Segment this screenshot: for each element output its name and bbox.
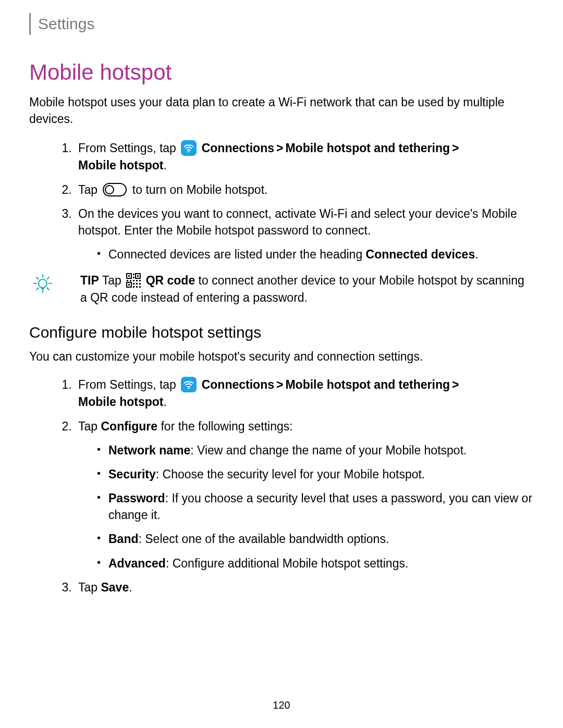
steps-list-1: From Settings, tap Connections>Mobile ho… bbox=[29, 140, 534, 263]
s2-step-1: From Settings, tap Connections>Mobile ho… bbox=[75, 376, 534, 410]
s2-step-2-bullets: Network name: View and change the name o… bbox=[78, 442, 534, 572]
svg-point-1 bbox=[39, 279, 47, 288]
step-3-text: On the devices you want to connect, acti… bbox=[78, 207, 517, 237]
intro-text: Mobile hotspot uses your data plan to cr… bbox=[29, 94, 534, 127]
qr-code-icon bbox=[126, 273, 141, 288]
s2-step-1-mhtether: Mobile hotspot and tethering bbox=[285, 378, 450, 391]
step-3-bullet-pre: Connected devices are listed under the h… bbox=[108, 248, 366, 261]
s2-step-2-post: for the following settings: bbox=[157, 419, 293, 433]
svg-rect-22 bbox=[136, 280, 138, 281]
step-1-mh: Mobile hotspot bbox=[78, 158, 164, 172]
s2-step-2-configure: Configure bbox=[101, 419, 157, 433]
svg-rect-12 bbox=[128, 275, 130, 277]
breadcrumb: Settings bbox=[29, 13, 534, 35]
svg-rect-17 bbox=[133, 274, 134, 275]
step-3: On the devices you want to connect, acti… bbox=[75, 205, 534, 263]
bullet-advanced: Advanced: Configure additional Mobile ho… bbox=[97, 555, 534, 572]
tip-lightbulb-icon bbox=[32, 273, 53, 296]
breadcrumb-label: Settings bbox=[38, 15, 94, 33]
step-2: Tap to turn on Mobile hotspot. bbox=[75, 181, 534, 198]
s2-step-3-post: . bbox=[129, 581, 132, 594]
svg-line-6 bbox=[36, 277, 39, 279]
step-2-pre: Tap bbox=[78, 183, 101, 196]
s2-step-3-bold: Save bbox=[101, 581, 129, 594]
page-title: Mobile hotspot bbox=[29, 60, 534, 85]
s2-step-2: Tap Configure for the following settings… bbox=[75, 418, 534, 572]
svg-rect-23 bbox=[139, 280, 141, 281]
svg-rect-21 bbox=[130, 280, 131, 281]
svg-rect-24 bbox=[133, 283, 134, 285]
connections-icon bbox=[181, 377, 197, 392]
svg-rect-25 bbox=[136, 283, 138, 285]
s2-step-3-pre: Tap bbox=[78, 581, 101, 594]
svg-rect-14 bbox=[137, 275, 139, 277]
tip-label: TIP bbox=[80, 274, 99, 287]
s2-step-3: Tap Save. bbox=[75, 579, 534, 596]
svg-rect-27 bbox=[133, 286, 134, 288]
step-1: From Settings, tap Connections>Mobile ho… bbox=[75, 140, 534, 174]
s2-step-1-mh: Mobile hotspot bbox=[78, 395, 164, 409]
tip-body: TIP Tap bbox=[59, 272, 534, 305]
step-3-bullet: Connected devices are listed under the h… bbox=[97, 246, 534, 263]
svg-rect-18 bbox=[133, 277, 134, 278]
svg-rect-20 bbox=[127, 280, 128, 281]
svg-point-30 bbox=[188, 388, 190, 389]
breadcrumb-divider bbox=[29, 13, 31, 35]
s2-step-1-connections: Connections bbox=[202, 378, 274, 391]
svg-rect-28 bbox=[136, 286, 138, 288]
tip-pre: Tap bbox=[99, 274, 125, 287]
svg-line-7 bbox=[47, 288, 50, 290]
s2-step-2-pre: Tap bbox=[78, 419, 101, 433]
step-2-post: to turn on Mobile hotspot. bbox=[129, 183, 267, 196]
svg-line-9 bbox=[47, 277, 50, 279]
sep: > bbox=[276, 141, 283, 155]
svg-rect-29 bbox=[139, 286, 141, 288]
step-1-mhtether: Mobile hotspot and tethering bbox=[285, 141, 450, 155]
section-2-intro: You can customize your mobile hotspot's … bbox=[29, 349, 534, 365]
connections-icon bbox=[181, 140, 197, 156]
svg-rect-10 bbox=[41, 287, 44, 289]
svg-rect-19 bbox=[133, 280, 134, 281]
sep: > bbox=[276, 378, 283, 391]
page-number: 120 bbox=[0, 699, 563, 711]
bullet-security: Security: Choose the security level for … bbox=[97, 466, 534, 483]
step-1-pre: From Settings, tap bbox=[78, 141, 179, 155]
s2-step-1-pre: From Settings, tap bbox=[78, 378, 179, 391]
steps-list-2: From Settings, tap Connections>Mobile ho… bbox=[29, 376, 534, 596]
step-3-bullet-post: . bbox=[475, 248, 478, 261]
bullet-password: Password: If you choose a security level… bbox=[97, 490, 534, 523]
step-3-bullet-bold: Connected devices bbox=[366, 248, 475, 261]
step-1-connections: Connections bbox=[202, 141, 274, 155]
svg-line-8 bbox=[36, 288, 39, 290]
toggle-icon bbox=[103, 183, 127, 196]
svg-rect-16 bbox=[128, 284, 130, 286]
section-2-title: Configure mobile hotspot settings bbox=[29, 324, 534, 341]
bullet-network-name: Network name: View and change the name o… bbox=[97, 442, 534, 459]
sep: > bbox=[452, 378, 459, 391]
tip-qr-bold: QR code bbox=[146, 274, 195, 287]
step-3-sublist: Connected devices are listed under the h… bbox=[78, 246, 534, 263]
svg-rect-26 bbox=[139, 283, 141, 285]
svg-point-0 bbox=[188, 151, 190, 153]
bullet-band: Band: Select one of the available bandwi… bbox=[97, 530, 534, 547]
tip-callout: TIP Tap bbox=[29, 272, 534, 305]
sep: > bbox=[452, 141, 459, 155]
